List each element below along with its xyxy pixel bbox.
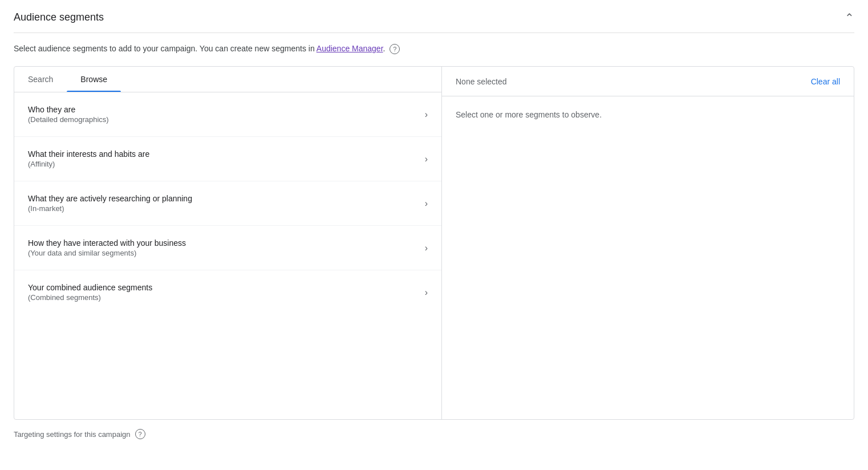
collapse-icon[interactable]: ⌃ xyxy=(845,12,854,23)
footer-text: Targeting settings for this campaign xyxy=(14,430,131,439)
help-icon[interactable]: ? xyxy=(390,44,400,54)
footer-help-icon[interactable]: ? xyxy=(135,429,145,439)
chevron-right-icon-3: › xyxy=(425,243,428,253)
empty-message: Select one or more segments to observe. xyxy=(456,110,602,119)
browse-item-title-3: How they have interacted with your busin… xyxy=(28,238,186,248)
tab-search[interactable]: Search xyxy=(14,67,67,92)
browse-item-combined[interactable]: Your combined audience segments (Combine… xyxy=(14,270,441,314)
main-panel: Search Browse Who they are (Detailed dem… xyxy=(14,66,854,420)
chevron-right-icon-4: › xyxy=(425,287,428,298)
browse-item-title-4: Your combined audience segments xyxy=(28,283,152,292)
left-panel: Search Browse Who they are (Detailed dem… xyxy=(14,67,442,419)
browse-item-title-2: What they are actively researching or pl… xyxy=(28,194,192,203)
right-content: Select one or more segments to observe. xyxy=(442,96,854,419)
browse-item-title-1: What their interests and habits are xyxy=(28,149,149,159)
chevron-right-icon-0: › xyxy=(425,110,428,120)
browse-item-your-data[interactable]: How they have interacted with your busin… xyxy=(14,226,441,270)
browse-item-demographics[interactable]: Who they are (Detailed demographics) › xyxy=(14,92,441,137)
chevron-right-icon-2: › xyxy=(425,198,428,209)
browse-item-subtitle-4: (Combined segments) xyxy=(28,293,152,302)
browse-item-subtitle-0: (Detailed demographics) xyxy=(28,115,109,124)
tab-browse[interactable]: Browse xyxy=(67,67,121,92)
header-row: Audience segments ⌃ xyxy=(14,11,854,33)
page-title: Audience segments xyxy=(14,11,104,23)
browse-item-inmarket[interactable]: What they are actively researching or pl… xyxy=(14,181,441,226)
browse-item-title-0: Who they are xyxy=(28,105,109,114)
clear-all-button[interactable]: Clear all xyxy=(811,77,840,86)
page-container: Audience segments ⌃ Select audience segm… xyxy=(0,0,868,451)
description-row: Select audience segments to add to your … xyxy=(14,42,854,55)
browse-item-subtitle-3: (Your data and similar segments) xyxy=(28,249,186,257)
tabs-row: Search Browse xyxy=(14,67,441,92)
chevron-right-icon-1: › xyxy=(425,154,428,164)
right-header: None selected Clear all xyxy=(442,67,854,96)
browse-item-affinity[interactable]: What their interests and habits are (Aff… xyxy=(14,137,441,181)
audience-manager-link[interactable]: Audience Manager xyxy=(317,44,383,53)
browse-item-subtitle-2: (In-market) xyxy=(28,204,192,213)
footer-row: Targeting settings for this campaign ? xyxy=(14,429,854,439)
description-text-before: Select audience segments to add to your … xyxy=(14,44,317,53)
browse-items: Who they are (Detailed demographics) › W… xyxy=(14,92,441,419)
none-selected-label: None selected xyxy=(456,77,507,86)
right-panel: None selected Clear all Select one or mo… xyxy=(442,67,854,419)
browse-item-subtitle-1: (Affinity) xyxy=(28,160,149,168)
description-text-after: . xyxy=(383,44,386,53)
